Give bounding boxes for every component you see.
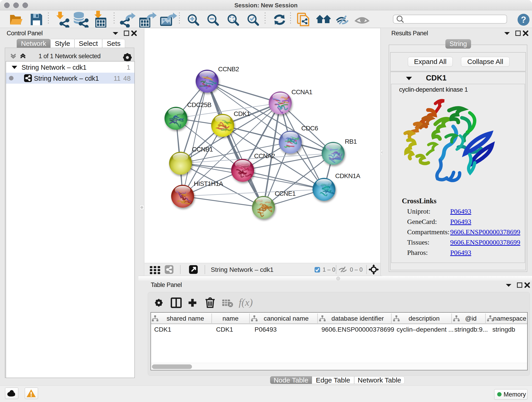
svg-text:cyclin–dependent ...: cyclin–dependent ... (397, 326, 454, 333)
svg-text:shared name: shared name (167, 315, 204, 322)
svg-text:P06493: P06493 (254, 326, 277, 333)
svg-text:CDC6: CDC6 (301, 125, 318, 132)
svg-text:CCNB2: CCNB2 (218, 65, 239, 73)
svg-text:0 – 0: 0 – 0 (350, 266, 363, 273)
svg-text:name: name (222, 315, 239, 322)
svg-text:CDK1: CDK1 (216, 326, 233, 333)
svg-text:CCNB1: CCNB1 (192, 146, 213, 153)
svg-text:9606.ENSP00000378699: 9606.ENSP00000378699 (322, 326, 394, 333)
svg-text:database identifier: database identifier (331, 315, 384, 322)
svg-text:stringdb: stringdb (492, 326, 515, 333)
svg-text:CCNA2: CCNA2 (254, 153, 275, 160)
svg-text:description: description (409, 315, 439, 322)
svg-text:CCNE1: CCNE1 (275, 190, 296, 197)
svg-text:CDK1: CDK1 (234, 110, 250, 117)
svg-text:RB1: RB1 (345, 138, 357, 145)
svg-text:CDKN1A: CDKN1A (335, 172, 360, 179)
svg-text:stringdb:9...: stringdb:9... (454, 326, 488, 333)
svg-text:@id: @id (465, 315, 476, 322)
svg-text:namespace: namespace (493, 315, 526, 322)
svg-text:String Network – cdk1: String Network – cdk1 (211, 266, 273, 273)
svg-text:HIST1H1A: HIST1H1A (194, 180, 223, 187)
svg-text:f(x): f(x) (239, 297, 253, 308)
svg-text:?: ? (521, 15, 526, 25)
svg-text:1 – 0: 1 – 0 (323, 266, 336, 273)
svg-text:canonical name: canonical name (264, 315, 309, 322)
svg-text:CDC25B: CDC25B (187, 101, 211, 108)
svg-text:CDK1: CDK1 (154, 326, 171, 333)
svg-text:CCNA1: CCNA1 (291, 89, 312, 96)
